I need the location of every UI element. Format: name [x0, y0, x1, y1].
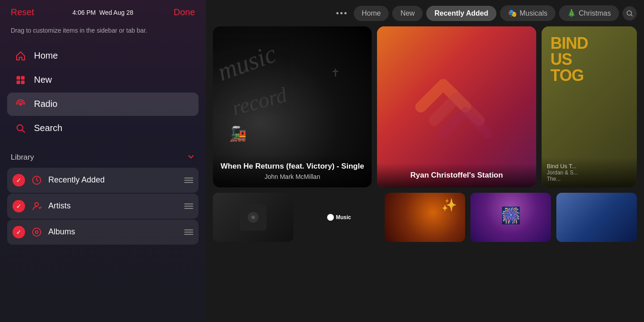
drag-handle-artists[interactable] — [184, 203, 193, 209]
tab-christmas[interactable]: 🎄 Christmas — [559, 5, 619, 21]
svg-rect-2 — [17, 80, 20, 84]
small-card-3[interactable]: ✨ — [385, 193, 465, 242]
card-2-title: Ryan Christoffel's Station — [384, 170, 529, 180]
sidebar-item-home-label: Home — [34, 51, 58, 61]
clock-icon — [30, 174, 43, 186]
fireworks-decoration: 🎆 — [501, 206, 521, 225]
search-icon — [14, 122, 27, 135]
done-button[interactable]: Done — [174, 7, 195, 17]
small-card-1-interior — [213, 193, 293, 242]
card-3-extra: The... — [547, 176, 631, 182]
library-header: Library — [7, 149, 199, 166]
svg-rect-3 — [21, 80, 25, 84]
firework-decoration: ✨ — [441, 198, 457, 212]
card-3-artist: Jordan & S... — [547, 169, 631, 176]
library-item-recently-added-label: Recently Added — [48, 175, 179, 185]
card-1-subtitle: John Mark McMillan — [220, 173, 364, 180]
cards-row-2: Music ✨ 🎆 — [206, 193, 644, 242]
small-card-1[interactable] — [213, 193, 293, 242]
svg-point-14 — [251, 216, 255, 219]
svg-point-4 — [19, 103, 22, 106]
check-circle-artists: ✓ — [13, 200, 25, 212]
small-card-4-interior: 🎆 — [470, 193, 551, 242]
more-dot-3 — [344, 12, 347, 14]
card-3-title: Bind Us T... — [547, 163, 631, 169]
tab-home[interactable]: Home — [354, 6, 389, 21]
svg-point-9 — [35, 231, 38, 233]
library-items: ✓ Recently Added ✓ — [7, 168, 199, 245]
library-item-albums[interactable]: ✓ Albums — [7, 220, 199, 245]
reset-button[interactable]: Reset — [11, 7, 34, 17]
svg-text:music: music — [214, 39, 280, 86]
bind-us-title-decoration: BIND US TOG — [551, 35, 588, 84]
cross-decoration: ✝ — [331, 67, 340, 79]
nav-items: Home New Radio — [0, 44, 206, 140]
sidebar-hint: Drag to customize items in the sidebar o… — [0, 21, 206, 44]
svg-rect-1 — [21, 76, 25, 80]
content-area: music record 🚂 ✝ When He Returns (feat. … — [206, 26, 644, 322]
card-2-info: Ryan Christoffel's Station — [377, 163, 536, 187]
svg-rect-0 — [17, 76, 20, 80]
small-card-1-thumb — [240, 204, 267, 231]
sidebar-item-search[interactable]: Search — [7, 117, 199, 140]
library-item-albums-label: Albums — [48, 227, 179, 237]
sidebar-item-new-label: New — [34, 75, 52, 85]
small-card-3-interior: ✨ — [385, 193, 465, 242]
sidebar-item-home[interactable]: Home — [7, 44, 199, 68]
sidebar-item-radio-label: Radio — [34, 99, 57, 109]
sidebar-header: Reset 4:06 PM Wed Aug 28 Done — [0, 0, 206, 21]
artist-icon — [30, 200, 43, 212]
tab-recently-added[interactable]: Recently Added — [426, 6, 496, 21]
musicals-label: Musicals — [520, 9, 547, 17]
small-card-4[interactable]: 🎆 — [470, 193, 551, 242]
small-card-2[interactable]: Music — [299, 193, 379, 242]
status-bar: 4:06 PM Wed Aug 28 — [72, 9, 133, 16]
card-bind-us[interactable]: BIND US TOG Bind Us T... Jordan & S... T… — [542, 26, 637, 187]
library-section: Library ✓ Recently Added — [0, 149, 206, 245]
chevron-down-icon[interactable] — [187, 153, 195, 162]
new-icon — [14, 74, 27, 86]
christmas-emoji: 🎄 — [567, 9, 576, 17]
christmas-label: Christmas — [579, 9, 611, 17]
svg-point-8 — [33, 228, 41, 236]
train-decoration: 🚂 — [229, 125, 247, 142]
radio-icon — [14, 98, 27, 110]
drag-handle-albums[interactable] — [184, 229, 193, 235]
check-circle-albums: ✓ — [13, 226, 25, 238]
library-item-artists-label: Artists — [48, 201, 179, 211]
card-1-title: When He Returns (feat. Victory) - Single — [220, 161, 364, 171]
card-1-info: When He Returns (feat. Victory) - Single… — [213, 154, 372, 187]
small-card-5[interactable] — [556, 193, 637, 242]
card-3-info: Bind Us T... Jordan & S... The... — [542, 157, 637, 187]
svg-point-7 — [35, 203, 38, 206]
small-card-5-interior — [556, 193, 637, 242]
tab-musicals[interactable]: 🎭 Musicals — [500, 5, 555, 21]
check-circle-recently-added: ✓ — [13, 174, 25, 186]
more-dot-1 — [336, 12, 339, 14]
more-dot-2 — [340, 12, 343, 14]
library-title: Library — [11, 153, 34, 162]
svg-text:record: record — [229, 82, 290, 120]
sidebar-item-search-label: Search — [34, 123, 62, 133]
library-item-recently-added[interactable]: ✓ Recently Added — [7, 168, 199, 193]
tab-new[interactable]: New — [392, 6, 423, 21]
card-when-he-returns[interactable]: music record 🚂 ✝ When He Returns (feat. … — [213, 26, 372, 187]
cards-row-1: music record 🚂 ✝ When He Returns (feat. … — [206, 26, 644, 193]
home-icon — [14, 50, 27, 62]
musicals-emoji: 🎭 — [508, 9, 517, 17]
sidebar-item-radio[interactable]: Radio — [7, 93, 199, 116]
apple-music-text: Music — [336, 214, 351, 220]
sidebar-item-new[interactable]: New — [7, 68, 199, 92]
main-content: Home New Recently Added 🎭 Musicals 🎄 Chr… — [206, 0, 644, 322]
apple-music-logo: Music — [327, 214, 351, 221]
tab-search-button[interactable] — [623, 6, 637, 21]
card-ryan-christoffel[interactable]: Ryan Christoffel's Station — [377, 26, 536, 187]
library-item-artists[interactable]: ✓ Artists — [7, 194, 199, 219]
albums-icon — [30, 226, 43, 238]
tab-bar: Home New Recently Added 🎭 Musicals 🎄 Chr… — [206, 0, 644, 26]
drag-handle-recently-added[interactable] — [184, 178, 193, 183]
sidebar: Reset 4:06 PM Wed Aug 28 Done Drag to cu… — [0, 0, 206, 322]
